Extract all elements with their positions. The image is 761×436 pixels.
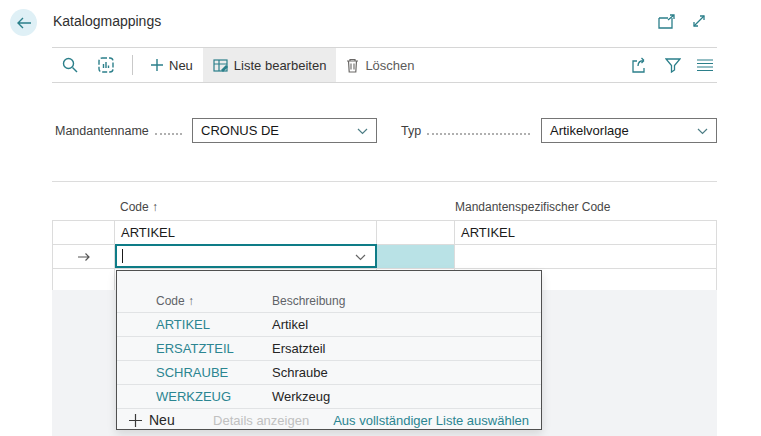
code-cell[interactable]: ARTIKEL xyxy=(115,221,377,244)
mandantenname-value: CRONUS DE xyxy=(201,123,279,138)
select-from-full-list-link[interactable]: Aus vollständiger Liste auswählen xyxy=(333,413,529,428)
analyze-icon[interactable] xyxy=(88,48,124,82)
dropdown-header: Code ↑ Beschreibung xyxy=(117,271,541,313)
text-caret xyxy=(122,249,123,263)
share-icon[interactable] xyxy=(631,57,649,73)
dotted-leader xyxy=(427,133,530,135)
column-header-code[interactable]: Code ↑ xyxy=(120,200,158,214)
dotted-leader xyxy=(155,133,182,135)
typ-label: Typ xyxy=(401,124,421,138)
field-typ: Typ xyxy=(401,118,536,143)
edit-list-icon xyxy=(213,58,228,73)
dropdown-col-desc[interactable]: Beschreibung xyxy=(272,294,541,308)
mandant-code-cell[interactable] xyxy=(455,245,717,268)
active-row-indicator xyxy=(52,245,115,268)
filter-icon[interactable] xyxy=(665,58,681,73)
dropdown-item[interactable]: ARTIKEL Artikel xyxy=(117,313,541,337)
row-arrow-icon xyxy=(77,252,91,262)
dropdown-item[interactable]: WERKZEUG Werkzeug xyxy=(117,385,541,409)
typ-combobox[interactable]: Artikelvorlage xyxy=(541,118,717,143)
plus-icon xyxy=(129,414,142,427)
search-icon[interactable] xyxy=(52,48,88,82)
code-lookup-dropdown: Code ↑ Beschreibung ARTIKEL Artikel ERSA… xyxy=(116,270,542,430)
dropdown-footer: Neu Details anzeigen Aus vollständiger L… xyxy=(117,410,541,430)
row-selector-cell[interactable] xyxy=(52,221,115,244)
back-arrow-icon xyxy=(16,17,32,29)
expand-icon[interactable] xyxy=(691,13,707,29)
spacer-cell xyxy=(377,221,455,244)
field-mandantenname: Mandantenname xyxy=(55,118,188,143)
plus-icon xyxy=(151,59,163,71)
table-row[interactable]: ARTIKEL ARTIKEL xyxy=(52,221,717,245)
chevron-down-icon[interactable] xyxy=(355,254,366,261)
menu-icon[interactable] xyxy=(697,59,713,71)
chevron-down-icon xyxy=(697,128,708,135)
new-button[interactable]: Neu xyxy=(141,48,203,82)
details-link-disabled: Details anzeigen xyxy=(213,413,309,428)
chevron-down-icon xyxy=(357,128,368,135)
section-divider xyxy=(52,181,717,182)
back-button[interactable] xyxy=(10,9,37,36)
mandant-code-cell[interactable]: ARTIKEL xyxy=(455,221,717,244)
mandantenname-combobox[interactable]: CRONUS DE xyxy=(192,118,377,143)
edit-list-button[interactable]: Liste bearbeiten xyxy=(203,48,337,82)
selected-cell[interactable] xyxy=(377,245,455,268)
mandantenname-label: Mandantenname xyxy=(55,124,149,138)
dropdown-item[interactable]: ERSATZTEIL Ersatzteil xyxy=(117,337,541,361)
window-controls xyxy=(658,13,707,29)
toolbar-divider xyxy=(132,55,133,75)
trash-icon xyxy=(346,58,359,73)
dropdown-item[interactable]: SCHRAUBE Schraube xyxy=(117,361,541,385)
open-in-new-window-icon[interactable] xyxy=(658,14,676,29)
dropdown-col-code[interactable]: Code ↑ xyxy=(156,294,272,308)
page-title: Katalogmappings xyxy=(53,13,161,29)
column-header-mandant-code[interactable]: Mandantenspezifischer Code xyxy=(455,200,610,214)
dropdown-new-button[interactable]: Neu xyxy=(129,412,175,428)
typ-value: Artikelvorlage xyxy=(550,123,629,138)
action-toolbar: Neu Liste bearbeiten Löschen xyxy=(52,47,717,83)
code-edit-combobox[interactable] xyxy=(115,244,377,268)
delete-button[interactable]: Löschen xyxy=(336,48,424,82)
row-selector-cell[interactable] xyxy=(52,269,115,290)
